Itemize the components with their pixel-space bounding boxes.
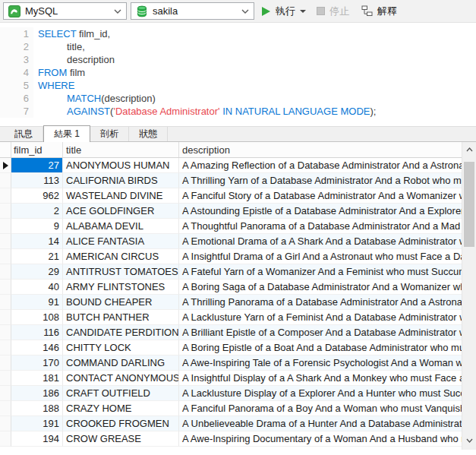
- cell-film-id[interactable]: 113: [11, 173, 63, 188]
- cell-description[interactable]: A Fanciful Story of a Database Administr…: [179, 188, 462, 204]
- cell-description[interactable]: A Emotional Drama of a A Shark And a Dat…: [179, 234, 462, 249]
- cell-title[interactable]: AMERICAN CIRCUS: [63, 249, 179, 264]
- table-row[interactable]: 186CRAFT OUTFIELDA Lacklusture Display o…: [0, 386, 462, 401]
- cell-film-id[interactable]: 116: [11, 325, 63, 340]
- cell-description[interactable]: A Fanciful Panorama of a Boy And a Woman…: [179, 401, 462, 416]
- table-row[interactable]: 21AMERICAN CIRCUSA Insightful Drama of a…: [0, 249, 462, 264]
- cell-description[interactable]: A Boring Saga of a Database Administrato…: [179, 280, 462, 295]
- scroll-down-button[interactable]: [462, 434, 476, 447]
- editor-line[interactable]: 5WHERE: [0, 79, 476, 92]
- cell-description[interactable]: A Lacklusture Yarn of a Feminist And a D…: [179, 310, 462, 325]
- row-gutter[interactable]: [0, 280, 11, 295]
- table-row[interactable]: 27ANONYMOUS HUMANA Amazing Reflection of…: [0, 158, 462, 173]
- editor-line[interactable]: 4FROM film: [0, 66, 476, 79]
- table-row[interactable]: 962WASTELAND DIVINEA Fanciful Story of a…: [0, 188, 462, 204]
- tab-profile[interactable]: 剖析: [90, 127, 129, 141]
- row-gutter[interactable]: [0, 371, 11, 386]
- cell-title[interactable]: BOUND CHEAPER: [63, 295, 179, 310]
- table-row[interactable]: 2ACE GOLDFINGERA Astounding Epistle of a…: [0, 204, 462, 219]
- column-header-description[interactable]: description: [179, 142, 462, 157]
- cell-title[interactable]: COMMAND DARLING: [63, 355, 179, 371]
- cell-film-id[interactable]: 2: [11, 204, 63, 219]
- cell-film-id[interactable]: 186: [11, 386, 63, 401]
- cell-title[interactable]: CROOKED FROGMEN: [63, 416, 179, 431]
- cell-title[interactable]: BUTCH PANTHER: [63, 310, 179, 325]
- cell-title[interactable]: ARMY FLINTSTONES: [63, 280, 179, 295]
- column-header-film-id[interactable]: film_id: [11, 142, 63, 157]
- cell-title[interactable]: ALABAMA DEVIL: [63, 219, 179, 234]
- scrollbar-thumb[interactable]: [464, 162, 474, 247]
- row-gutter[interactable]: [0, 386, 11, 401]
- cell-film-id[interactable]: 146: [11, 340, 63, 355]
- tab-result-1[interactable]: 結果 1: [43, 125, 90, 142]
- row-gutter[interactable]: [0, 431, 11, 447]
- run-button[interactable]: 執行: [261, 5, 295, 18]
- cell-description[interactable]: A Lacklusture Display of a Explorer And …: [179, 386, 462, 401]
- row-gutter[interactable]: [0, 295, 11, 310]
- vertical-scrollbar[interactable]: [462, 142, 476, 450]
- table-row[interactable]: 170COMMAND DARLINGA Awe-Inspiring Tale o…: [0, 355, 462, 371]
- editor-line[interactable]: 2title,: [0, 40, 476, 53]
- cell-description[interactable]: A Thoughtful Panorama of a Database Admi…: [179, 219, 462, 234]
- tab-status[interactable]: 狀態: [129, 127, 168, 141]
- cell-film-id[interactable]: 14: [11, 234, 63, 249]
- cell-description[interactable]: A Awe-Inspiring Tale of a Forensic Psych…: [179, 355, 462, 371]
- row-gutter[interactable]: [0, 234, 11, 249]
- scroll-up-button[interactable]: [462, 144, 476, 156]
- cell-film-id[interactable]: 27: [11, 158, 63, 173]
- column-header-title[interactable]: title: [63, 142, 179, 157]
- row-gutter[interactable]: [0, 173, 11, 188]
- table-row[interactable]: 116CANDIDATE PERDITIONA Brilliant Epistl…: [0, 325, 462, 340]
- row-gutter[interactable]: [0, 325, 11, 340]
- cell-description[interactable]: A Fateful Yarn of a Womanizer And a Femi…: [179, 264, 462, 280]
- database-select[interactable]: sakila: [131, 2, 254, 20]
- cell-description[interactable]: A Insightful Display of a A Shark And a …: [179, 371, 462, 386]
- cell-film-id[interactable]: 40: [11, 280, 63, 295]
- row-gutter[interactable]: [0, 219, 11, 234]
- cell-film-id[interactable]: 170: [11, 355, 63, 371]
- row-gutter[interactable]: [0, 401, 11, 416]
- cell-film-id[interactable]: 108: [11, 310, 63, 325]
- cell-title[interactable]: CONTACT ANONYMOUS: [63, 371, 179, 386]
- cell-description[interactable]: A Thrilling Panorama of a Database Admin…: [179, 295, 462, 310]
- row-gutter[interactable]: [0, 355, 11, 371]
- row-gutter[interactable]: [0, 264, 11, 280]
- cell-title[interactable]: ANONYMOUS HUMAN: [63, 158, 179, 173]
- cell-film-id[interactable]: 9: [11, 219, 63, 234]
- row-gutter[interactable]: [0, 204, 11, 219]
- row-gutter[interactable]: [0, 416, 11, 431]
- table-row[interactable]: 14ALICE FANTASIAA Emotional Drama of a A…: [0, 234, 462, 249]
- cell-description[interactable]: A Awe-Inspiring Documentary of a Woman A…: [179, 431, 462, 447]
- table-row[interactable]: 29ANTITRUST TOMATOESA Fateful Yarn of a …: [0, 264, 462, 280]
- table-row[interactable]: 181CONTACT ANONYMOUSA Insightful Display…: [0, 371, 462, 386]
- cell-description[interactable]: A Astounding Epistle of a Database Admin…: [179, 204, 462, 219]
- tab-messages[interactable]: 訊息: [5, 127, 43, 141]
- sql-editor[interactable]: 1SELECT film_id,2title,3description4FROM…: [0, 23, 476, 126]
- table-row[interactable]: 188CRAZY HOMEA Fanciful Panorama of a Bo…: [0, 401, 462, 416]
- editor-line[interactable]: 6MATCH(description): [0, 92, 476, 105]
- cell-description[interactable]: A Insightful Drama of a Girl And a Astro…: [179, 249, 462, 264]
- table-row[interactable]: 191CROOKED FROGMENA Unbelieveable Drama …: [0, 416, 462, 431]
- cell-title[interactable]: CALIFORNIA BIRDS: [63, 173, 179, 188]
- cell-film-id[interactable]: 91: [11, 295, 63, 310]
- cell-description[interactable]: A Thrilling Yarn of a Database Administr…: [179, 173, 462, 188]
- cell-film-id[interactable]: 181: [11, 371, 63, 386]
- table-row[interactable]: 113CALIFORNIA BIRDSA Thrilling Yarn of a…: [0, 173, 462, 188]
- connection-select[interactable]: MySQL: [3, 2, 127, 20]
- cell-title[interactable]: CRAFT OUTFIELD: [63, 386, 179, 401]
- table-row[interactable]: 40ARMY FLINTSTONESA Boring Saga of a Dat…: [0, 280, 462, 295]
- table-row[interactable]: 194CROW GREASEA Awe-Inspiring Documentar…: [0, 431, 462, 447]
- table-row[interactable]: 9ALABAMA DEVILA Thoughtful Panorama of a…: [0, 219, 462, 234]
- cell-title[interactable]: CRAZY HOME: [63, 401, 179, 416]
- run-options-caret-icon[interactable]: [300, 10, 306, 13]
- cell-title[interactable]: ACE GOLDFINGER: [63, 204, 179, 219]
- cell-film-id[interactable]: 962: [11, 188, 63, 204]
- cell-film-id[interactable]: 191: [11, 416, 63, 431]
- table-row[interactable]: 146CHITTY LOCKA Boring Epistle of a Boat…: [0, 340, 462, 355]
- cell-description[interactable]: A Unbelieveable Drama of a Hunter And a …: [179, 416, 462, 431]
- cell-title[interactable]: CANDIDATE PERDITION: [63, 325, 179, 340]
- cell-title[interactable]: CHITTY LOCK: [63, 340, 179, 355]
- table-row[interactable]: 108BUTCH PANTHERA Lacklusture Yarn of a …: [0, 310, 462, 325]
- cell-film-id[interactable]: 21: [11, 249, 63, 264]
- cell-title[interactable]: WASTELAND DIVINE: [63, 188, 179, 204]
